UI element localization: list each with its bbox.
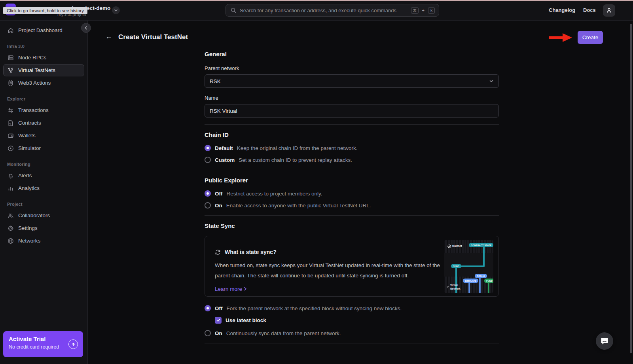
page-scrollbar[interactable]: [630, 24, 632, 353]
radio-unselected-icon[interactable]: [205, 330, 211, 336]
radio-selected-icon[interactable]: [205, 190, 211, 197]
use-latest-block-option[interactable]: Use latest block: [215, 317, 499, 324]
people-icon: [8, 212, 14, 219]
changelog-link[interactable]: Changelog: [549, 7, 575, 13]
parent-network-select[interactable]: RSK: [205, 74, 499, 88]
chat-messenger-button[interactable]: [596, 332, 613, 350]
sidebar-item-virtual-testnets[interactable]: Virtual TestNets: [3, 64, 84, 76]
name-input[interactable]: [205, 104, 499, 118]
globe-icon: [8, 238, 14, 244]
sidebar-item-label: Virtual TestNets: [18, 67, 55, 73]
radio-unselected-icon[interactable]: [205, 202, 211, 209]
cmd-key-badge: ⌘: [411, 7, 419, 14]
trial-title: Activate Trial: [9, 336, 78, 342]
search-input[interactable]: Search for any transaction or address, a…: [226, 4, 439, 17]
swap-arrows-icon: [8, 107, 14, 114]
docs-link[interactable]: Docs: [583, 7, 596, 13]
badge-sync: SYNC: [451, 264, 461, 268]
sidebar-item-label: Settings: [18, 225, 38, 231]
sidebar-collapse-button[interactable]: [81, 23, 91, 33]
public-explorer-option-off[interactable]: Off Restrict access to project members o…: [205, 190, 499, 197]
create-testnet-form: General Parent network RSK Name Chain ID…: [205, 51, 499, 343]
general-heading: General: [205, 51, 499, 57]
option-description: Fork the parent network at the specified…: [227, 305, 402, 311]
option-label: Custom: [215, 157, 235, 163]
sidebar-item-label: Wallets: [18, 133, 36, 138]
cpu-icon: [8, 80, 14, 86]
public-explorer-option-on[interactable]: On Enable access to anyone with the publ…: [205, 202, 499, 209]
back-button[interactable]: ←: [105, 33, 112, 40]
page-title: Create Virtual TestNet: [118, 33, 188, 41]
state-sync-option-on[interactable]: On Continuously sync data from the paren…: [205, 330, 499, 336]
divider: [205, 170, 499, 170]
sidebar-item-wallets[interactable]: Wallets: [3, 129, 84, 142]
sidebar-item-simulator[interactable]: Simulator: [3, 142, 84, 154]
sidebar-item-label: Collaborators: [18, 212, 50, 218]
state-sync-diagram: Mainnet CONTRACT STATE SYNC DEBUG SIMULA…: [444, 240, 493, 293]
sidebar-item-analytics[interactable]: Analytics: [3, 182, 84, 194]
checkbox-checked-icon[interactable]: [215, 317, 222, 324]
option-label: On: [215, 330, 222, 336]
chain-id-option-custom[interactable]: Custom Set a custom chain ID to prevent …: [205, 157, 499, 163]
window-top-edge: [0, 0, 633, 1]
fork-icon: [8, 67, 14, 74]
divider: [205, 343, 499, 343]
sidebar-item-project-dashboard[interactable]: Project Dashboard: [3, 24, 84, 36]
radio-selected-icon[interactable]: [205, 145, 211, 151]
chain-id-heading: Chain ID: [205, 131, 499, 138]
activate-trial-card[interactable]: Activate Trial No credit card required: [3, 331, 83, 357]
sidebar-section-monitoring: Monitoring: [7, 162, 80, 167]
state-sync-option-off[interactable]: Off Fork the parent network at the speci…: [205, 305, 499, 311]
history-tooltip: Click to go forward, hold to see history: [3, 7, 87, 14]
sidebar-item-label: Alerts: [18, 173, 32, 178]
option-label: Default: [215, 145, 233, 151]
chevron-down-icon: [114, 8, 118, 12]
sidebar-item-label: Transactions: [18, 107, 49, 113]
checkbox-label: Use latest block: [226, 317, 266, 323]
sidebar-section-explorer: Explorer: [7, 97, 80, 101]
sidebar-section-infra: Infra 3.0: [7, 44, 80, 49]
play-circle-icon: [8, 145, 14, 152]
create-button[interactable]: Create: [578, 31, 603, 44]
option-description: Continuously sync data from the parent n…: [226, 330, 341, 336]
sidebar-item-label: Networks: [18, 238, 40, 244]
sidebar: Project Dashboard Infra 3.0 Node RPCs Vi…: [0, 21, 88, 364]
parent-network-value: RSK: [210, 78, 221, 84]
search-placeholder: Search for any transaction or address, a…: [240, 8, 407, 13]
radio-unselected-icon[interactable]: [205, 157, 211, 163]
trial-subtitle: No credit card required: [9, 344, 78, 350]
sidebar-item-label: Node RPCs: [18, 55, 46, 61]
upgrade-arrow-icon: [68, 339, 78, 349]
public-explorer-heading: Public Explorer: [205, 177, 499, 184]
gear-icon: [8, 225, 14, 231]
sidebar-item-transactions[interactable]: Transactions: [3, 104, 84, 116]
sidebar-item-label: Simulator: [18, 145, 41, 151]
sidebar-item-label: Contracts: [18, 120, 41, 126]
sidebar-item-contracts[interactable]: Contracts: [3, 117, 84, 129]
bar-chart-icon: [8, 185, 14, 191]
sidebar-item-alerts[interactable]: Alerts: [3, 169, 84, 182]
sidebar-item-label: Analytics: [18, 185, 40, 191]
option-description: Set a custom chain ID to prevent replay …: [239, 157, 352, 163]
learn-more-link[interactable]: Learn more: [215, 286, 247, 292]
sidebar-item-collaborators[interactable]: Collaborators: [3, 209, 84, 222]
sidebar-item-label: Project Dashboard: [18, 27, 63, 33]
document-icon: [8, 120, 14, 126]
chevron-right-icon: [244, 287, 247, 291]
divider: [205, 215, 499, 216]
sidebar-item-label: Web3 Actions: [18, 80, 51, 86]
chevron-left-icon: [84, 26, 88, 30]
sidebar-item-networks[interactable]: Networks: [3, 235, 84, 247]
diagram-mainnet-label: Mainnet: [447, 245, 462, 248]
info-title: What is state sync?: [225, 249, 277, 255]
sidebar-section-project: Project: [7, 202, 80, 207]
sidebar-item-node-rpcs[interactable]: Node RPCs: [3, 51, 84, 64]
sidebar-item-web3-actions[interactable]: Web3 Actions: [3, 77, 84, 89]
radio-selected-icon[interactable]: [205, 305, 211, 311]
user-avatar-button[interactable]: [603, 4, 615, 17]
parent-network-label: Parent network: [205, 65, 499, 71]
sidebar-item-settings[interactable]: Settings: [3, 222, 84, 234]
person-icon: [606, 8, 612, 13]
chain-id-option-default[interactable]: Default Keep the original chain ID from …: [205, 145, 499, 151]
project-switcher-button[interactable]: [112, 6, 120, 14]
